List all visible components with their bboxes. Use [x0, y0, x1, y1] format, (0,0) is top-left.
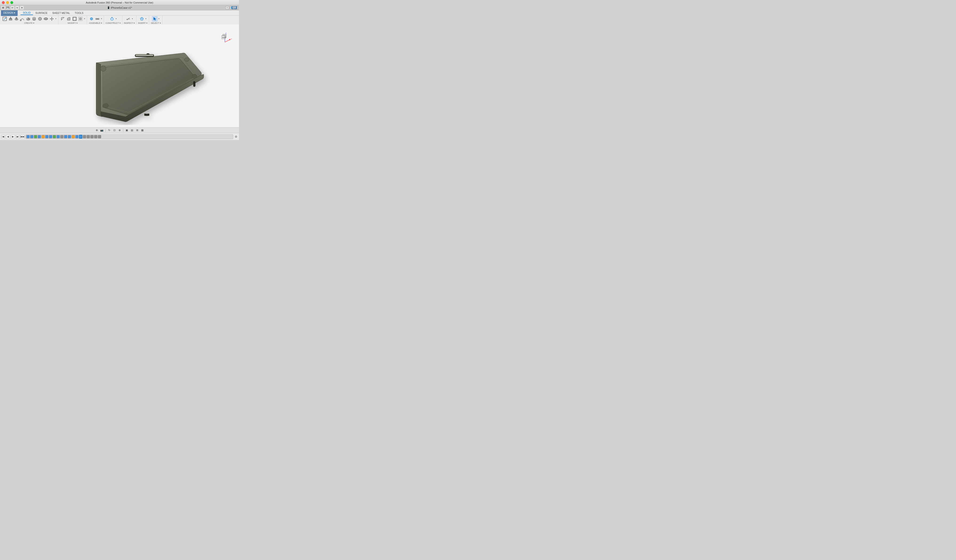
viewcube[interactable]: Z X FRONT TOP R	[218, 29, 232, 43]
grid-icon[interactable]: ⊞	[135, 128, 139, 132]
timeline-item-13[interactable]	[72, 135, 75, 138]
inspect-dropdown-arrow[interactable]: ▼	[132, 18, 133, 19]
design-label: DESIGN ▾	[3, 11, 15, 14]
sweep-icon[interactable]	[19, 16, 25, 22]
minimize-button[interactable]	[6, 1, 9, 4]
torus-icon[interactable]	[43, 16, 49, 22]
shell-icon[interactable]	[72, 16, 77, 22]
timeline-item-18[interactable]	[90, 135, 94, 138]
timeline-item-2[interactable]	[30, 135, 33, 138]
assemble-group: ▼ ASSEMBLE ▾	[87, 16, 104, 24]
timeline-item-4[interactable]	[38, 135, 41, 138]
timeline-item-5[interactable]	[41, 135, 45, 138]
svg-point-49	[192, 74, 197, 79]
timeline-item-3[interactable]	[34, 135, 37, 138]
close-button[interactable]	[2, 1, 5, 4]
tabbar: 📱 iPhone6sCase v1* + 🌐 ? EB ⊞ 💾 ↩ ↪ ▾	[0, 5, 239, 10]
timeline-item-6[interactable]	[45, 135, 49, 138]
timeline-item-17[interactable]	[86, 135, 90, 138]
scale-icon[interactable]	[78, 16, 83, 22]
end-button[interactable]: ▶▶|	[21, 135, 25, 139]
next-button[interactable]: ▶|	[16, 135, 20, 139]
rigid-group-icon[interactable]	[94, 16, 100, 22]
new-sketch-icon[interactable]	[2, 16, 8, 22]
environment-icon[interactable]: ▦	[140, 128, 145, 132]
tab-tools[interactable]: TOOLS	[72, 11, 86, 15]
timeline-item-11[interactable]	[64, 135, 67, 138]
fillet-icon[interactable]	[60, 16, 66, 22]
timeline-item-19[interactable]	[94, 135, 97, 138]
select-group: ▼ SELECT ▾	[149, 16, 162, 24]
move-icon[interactable]	[49, 16, 55, 22]
beginning-button[interactable]: |◀	[1, 135, 5, 139]
prev-button[interactable]: ◀	[6, 135, 10, 139]
timeline-item-16[interactable]	[83, 135, 86, 138]
timeline-item-7[interactable]	[49, 135, 52, 138]
play-button[interactable]: ▶	[11, 135, 15, 139]
user-badge[interactable]: EB	[231, 6, 237, 9]
modify-group: ▼ MODIFY ▾	[58, 16, 87, 24]
select-icon[interactable]	[152, 16, 157, 22]
timeline-settings-icon[interactable]: ⚙	[234, 135, 238, 139]
timeline-item-1[interactable]	[26, 135, 30, 138]
zoom-in-icon[interactable]: ⊕	[117, 128, 122, 132]
timeline-item-10[interactable]	[60, 135, 63, 138]
redo-button[interactable]: ↪	[15, 6, 19, 10]
joint-icon[interactable]	[89, 16, 94, 22]
design-dropdown-button[interactable]: DESIGN ▾	[1, 10, 18, 16]
undo-button[interactable]: ↩	[10, 6, 14, 10]
tab-surface[interactable]: SURFACE	[33, 11, 50, 15]
orbit-icon[interactable]: ↻	[107, 128, 111, 132]
select-dropdown-arrow[interactable]: ▼	[158, 18, 160, 19]
snap-icon[interactable]: ⊕	[94, 128, 99, 132]
select-label: SELECT ▾	[151, 22, 161, 24]
svg-marker-2	[5, 17, 6, 18]
svg-marker-37	[112, 17, 112, 18]
timeline-item-14[interactable]	[75, 135, 79, 138]
timeline-track[interactable]	[26, 134, 233, 139]
sphere-icon[interactable]	[37, 16, 43, 22]
tab-item[interactable]: 📱 iPhone6sCase v1*	[107, 6, 132, 9]
camera-icon[interactable]: 📷	[100, 128, 104, 132]
box-icon[interactable]	[25, 16, 31, 22]
display-mode-icon[interactable]: ▣	[125, 128, 129, 132]
svg-marker-22	[50, 18, 50, 19]
tab-sheet-metal[interactable]: SHEET METAL	[50, 11, 72, 15]
add-tab-button[interactable]: +	[225, 6, 229, 9]
maximize-button[interactable]	[10, 1, 13, 4]
shading-icon[interactable]: ▤	[130, 128, 134, 132]
assemble-dropdown-arrow[interactable]: ▼	[101, 18, 102, 19]
canvas-area[interactable]: Z X FRONT TOP R	[0, 24, 239, 127]
cylinder-icon[interactable]	[31, 16, 37, 22]
svg-marker-46	[154, 17, 156, 20]
timeline-item-9[interactable]	[57, 135, 60, 138]
tab-solid[interactable]: SOLID	[20, 11, 33, 15]
undo-history-button[interactable]: ▾	[20, 6, 24, 10]
svg-marker-4	[9, 17, 12, 19]
svg-rect-3	[9, 19, 12, 20]
revolve-icon[interactable]	[14, 16, 19, 22]
apps-grid-button[interactable]: ⊞	[1, 6, 5, 10]
svg-text:mm: mm	[128, 18, 130, 20]
timeline-item-20[interactable]	[98, 135, 101, 138]
create-dropdown-arrow[interactable]: ▼	[55, 18, 57, 19]
save-button[interactable]: 💾	[6, 6, 10, 10]
assemble-label: ASSEMBLE ▾	[89, 22, 102, 24]
insert-mesh-icon[interactable]	[139, 16, 145, 22]
insert-dropdown-arrow[interactable]: ▼	[145, 18, 147, 19]
modify-dropdown-arrow[interactable]: ▼	[84, 18, 85, 19]
timeline-item-12[interactable]	[68, 135, 71, 138]
extrude-icon[interactable]	[8, 16, 13, 22]
measure-icon[interactable]: mm	[126, 16, 131, 22]
timeline-item-current[interactable]	[79, 135, 82, 138]
timeline-item-8[interactable]	[53, 135, 56, 138]
zoom-fit-icon[interactable]: ⊡	[112, 128, 116, 132]
svg-point-47	[101, 66, 106, 71]
chamfer-icon[interactable]	[66, 16, 72, 22]
svg-rect-32	[96, 18, 97, 19]
construct-dropdown-arrow[interactable]: ▼	[115, 18, 117, 19]
svg-point-13	[33, 17, 36, 18]
plane-icon[interactable]	[109, 16, 115, 22]
svg-rect-54	[135, 55, 153, 56]
svg-marker-20	[51, 17, 52, 18]
